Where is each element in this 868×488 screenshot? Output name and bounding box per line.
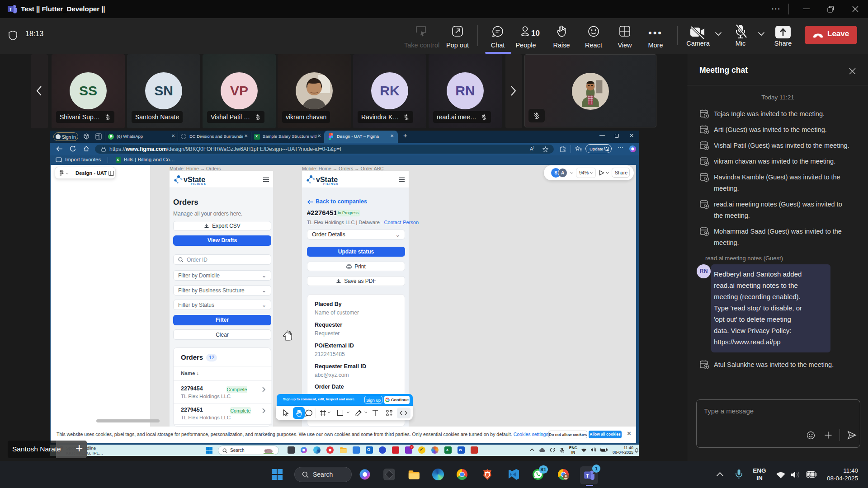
svg-text:FILINGS: FILINGS: [323, 182, 339, 185]
svg-text:FILINGS: FILINGS: [191, 182, 206, 185]
svg-text:T: T: [9, 7, 12, 12]
svg-text:T: T: [586, 473, 589, 479]
